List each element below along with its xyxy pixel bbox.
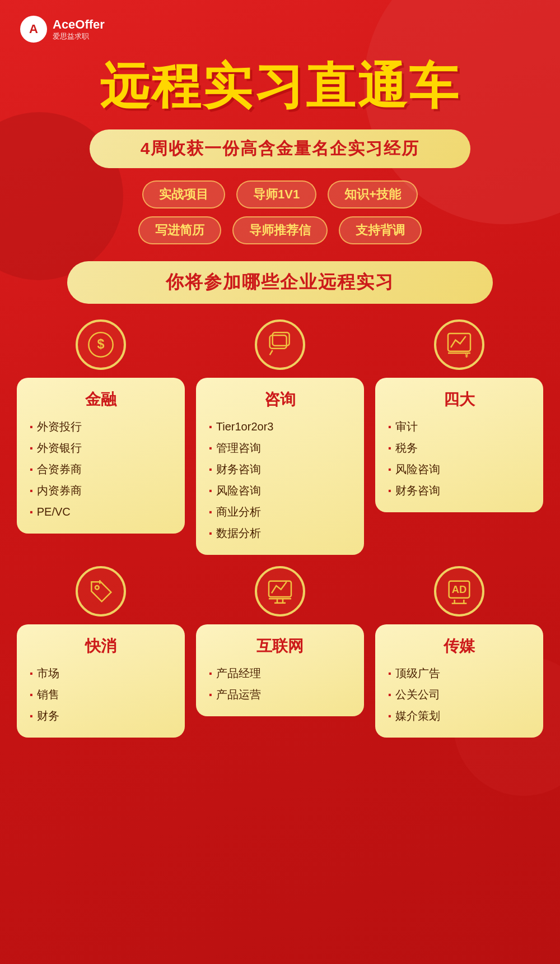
consulting-items: Tier1or2or3 管理咨询 财务咨询 风险咨询 商业分析 数据分析 xyxy=(208,419,352,541)
logo-area: A AceOffer 爱思益求职 xyxy=(0,0,560,48)
tags-row-2: 写进简历 导师推荐信 支持背调 xyxy=(138,216,422,244)
media-items: 顶级广告 公关公司 媒介策划 xyxy=(388,666,531,724)
media-item-1: 顶级广告 xyxy=(388,666,531,682)
chart-yen-icon: ¥ xyxy=(445,331,473,359)
chat-icon xyxy=(266,331,294,359)
cards-grid-row1: $ 金融 外资投行 外资银行 合资券商 内资券商 PE/VC xyxy=(17,319,543,555)
bigfour-icon-wrap: ¥ xyxy=(434,319,484,370)
dollar-icon: $ xyxy=(87,331,115,359)
consulting-item-6: 数据分析 xyxy=(208,526,352,541)
tag-item-1: 实战项目 xyxy=(142,180,225,208)
consulting-icon-wrap xyxy=(255,319,305,370)
tags-area: 实战项目 导师1V1 知识+技能 写进简历 导师推荐信 支持背调 xyxy=(0,180,560,244)
bigfour-item-1: 审计 xyxy=(388,419,531,435)
bigfour-item-2: 税务 xyxy=(388,441,531,456)
finance-item-1: 外资投行 xyxy=(29,419,172,435)
svg-point-8 xyxy=(95,586,99,590)
logo-sub-name: 爱思益求职 xyxy=(53,32,105,41)
media-title: 传媒 xyxy=(388,636,531,657)
media-item-3: 媒介策划 xyxy=(388,708,531,724)
logo-main-name: AceOffer xyxy=(53,17,105,32)
ad-icon: AD xyxy=(445,577,473,605)
card-column-media: AD 传媒 顶级广告 公关公司 媒介策划 xyxy=(375,566,543,738)
finance-item-3: 合资券商 xyxy=(29,462,172,478)
finance-title: 金融 xyxy=(29,389,172,410)
fmcg-item-2: 销售 xyxy=(29,687,172,703)
internet-icon-wrap xyxy=(255,566,305,617)
tag-item-6: 支持背调 xyxy=(339,216,422,244)
svg-text:$: $ xyxy=(97,336,105,351)
internet-items: 产品经理 产品运营 xyxy=(208,666,352,703)
media-item-2: 公关公司 xyxy=(388,687,531,703)
consulting-card: 咨询 Tier1or2or3 管理咨询 财务咨询 风险咨询 商业分析 数据分析 xyxy=(196,378,364,555)
consulting-item-3: 财务咨询 xyxy=(208,462,352,478)
hero-title-area: 远程实习直通车 xyxy=(0,48,560,119)
fmcg-item-3: 财务 xyxy=(29,708,172,724)
tag-item-3: 知识+技能 xyxy=(328,180,418,208)
bigfour-items: 审计 税务 风险咨询 财务咨询 xyxy=(388,419,531,499)
fmcg-title: 快消 xyxy=(29,636,172,657)
fmcg-item-1: 市场 xyxy=(29,666,172,682)
logo-text-block: AceOffer 爱思益求职 xyxy=(53,17,105,41)
bigfour-item-3: 风险咨询 xyxy=(388,462,531,478)
consulting-item-4: 风险咨询 xyxy=(208,483,352,499)
section-title: 你将参加哪些企业远程实习 xyxy=(166,272,394,292)
fmcg-items: 市场 销售 财务 xyxy=(29,666,172,724)
internet-card: 互联网 产品经理 产品运营 xyxy=(196,624,364,716)
logo-icon: A xyxy=(20,16,47,43)
tag-item-5: 导师推荐信 xyxy=(232,216,328,244)
card-column-internet: 互联网 产品经理 产品运营 xyxy=(196,566,364,738)
internet-title: 互联网 xyxy=(208,636,352,657)
finance-item-5: PE/VC xyxy=(29,504,172,520)
card-column-bigfour: ¥ 四大 审计 税务 风险咨询 财务咨询 xyxy=(375,319,543,555)
consulting-title: 咨询 xyxy=(208,389,352,410)
media-card: 传媒 顶级广告 公关公司 媒介策划 xyxy=(375,624,543,738)
finance-icon-wrap: $ xyxy=(76,319,126,370)
hero-title: 远程实习直通车 xyxy=(17,59,543,114)
consulting-item-2: 管理咨询 xyxy=(208,441,352,456)
svg-text:AD: AD xyxy=(452,583,466,595)
tag-item-2: 导师1V1 xyxy=(236,180,316,208)
monitor-icon xyxy=(266,577,294,605)
bigfour-item-4: 财务咨询 xyxy=(388,483,531,499)
subtitle-text: 4周收获一份高含金量名企实习经历 xyxy=(141,139,420,157)
svg-text:¥: ¥ xyxy=(465,351,469,359)
finance-card: 金融 外资投行 外资银行 合资券商 内资券商 PE/VC xyxy=(17,378,185,534)
tag-icon xyxy=(87,577,115,605)
bigfour-card: 四大 审计 税务 风险咨询 财务咨询 xyxy=(375,378,543,512)
consulting-item-1: Tier1or2or3 xyxy=(208,419,352,435)
cards-grid-row2: 快消 市场 销售 财务 xyxy=(17,566,543,738)
subtitle-banner: 4周收获一份高含金量名企实习经历 xyxy=(90,129,470,168)
finance-items: 外资投行 外资银行 合资券商 内资券商 PE/VC xyxy=(29,419,172,520)
media-icon-wrap: AD xyxy=(434,566,484,617)
fmcg-card: 快消 市场 销售 财务 xyxy=(17,624,185,738)
cards-section: $ 金融 外资投行 外资银行 合资券商 内资券商 PE/VC xyxy=(0,319,560,738)
consulting-item-5: 商业分析 xyxy=(208,504,352,520)
tags-row-1: 实战项目 导师1V1 知识+技能 xyxy=(142,180,418,208)
bigfour-title: 四大 xyxy=(388,389,531,410)
card-column-finance: $ 金融 外资投行 外资银行 合资券商 内资券商 PE/VC xyxy=(17,319,185,555)
tag-item-4: 写进简历 xyxy=(138,216,221,244)
svg-line-4 xyxy=(270,350,273,355)
card-column-fmcg: 快消 市场 销售 财务 xyxy=(17,566,185,738)
internet-item-1: 产品经理 xyxy=(208,666,352,682)
finance-item-4: 内资券商 xyxy=(29,483,172,499)
card-column-consulting: 咨询 Tier1or2or3 管理咨询 财务咨询 风险咨询 商业分析 数据分析 xyxy=(196,319,364,555)
internet-item-2: 产品运营 xyxy=(208,687,352,703)
section-title-wrap: 你将参加哪些企业远程实习 xyxy=(67,261,493,304)
fmcg-icon-wrap xyxy=(76,566,126,617)
finance-item-2: 外资银行 xyxy=(29,441,172,456)
